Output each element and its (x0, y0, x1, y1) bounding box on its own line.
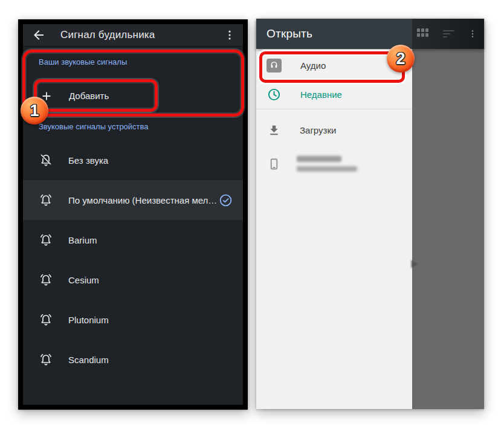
tutorial-composite-image: Сигнал будильника Ваши звуковые сигналы … (0, 0, 504, 429)
more-menu-icon[interactable] (468, 27, 477, 40)
bell-ring-icon (39, 233, 53, 247)
drawer-divider (256, 109, 412, 109)
smartphone-icon (267, 157, 281, 171)
clock-icon (267, 88, 281, 102)
sound-item-cesium[interactable]: Cesium (23, 260, 243, 300)
drawer-item-audio[interactable]: Аудио (256, 49, 412, 82)
sound-item-label: Barium (68, 235, 97, 245)
file-picker-screen: Открыть Аудио Не (256, 19, 484, 409)
sound-item-plutonium[interactable]: Plutonium (23, 300, 243, 340)
drawer-item-label: Аудио (300, 60, 326, 71)
file-picker-header: Открыть (256, 19, 484, 49)
sound-item-label: Scandium (68, 355, 109, 365)
redacted-free-space (297, 166, 357, 172)
alarm-sound-screen: Сигнал будильника Ваши звуковые сигналы … (18, 19, 248, 410)
check-circle-icon (219, 193, 233, 207)
drawer-item-recent[interactable]: Недавние (256, 82, 412, 108)
background-arrow-icon (411, 260, 418, 268)
bell-ring-icon (39, 273, 53, 287)
device-storage-item-redacted[interactable] (256, 146, 412, 181)
more-menu-icon[interactable] (224, 28, 236, 42)
grid-view-icon[interactable] (417, 28, 430, 39)
redacted-device-name (297, 156, 341, 162)
drawer-header: Открыть (256, 19, 412, 49)
add-sound-label: Добавить (69, 91, 109, 101)
bell-ring-icon (39, 193, 53, 207)
drawer-item-downloads[interactable]: Загрузки (256, 114, 412, 146)
download-icon (267, 123, 281, 137)
drawer-item-label: Недавние (300, 89, 342, 100)
sound-item-scandium[interactable]: Scandium (23, 340, 243, 379)
sound-item-label: По умолчанию (Неизвестная мел… (68, 195, 217, 205)
toolbar-actions (412, 19, 484, 49)
alarm-sound-header: Сигнал будильника (23, 24, 243, 46)
back-icon[interactable] (31, 28, 46, 42)
sort-icon[interactable] (443, 30, 455, 38)
sound-item-default-selected[interactable]: По умолчанию (Неизвестная мел… (23, 180, 243, 220)
drawer-scrim[interactable] (412, 49, 484, 409)
sound-item-label: Cesium (68, 275, 99, 285)
your-sounds-section-label: Ваши звуковые сигналы (23, 58, 243, 66)
file-picker-content: Аудио Недавние Загрузки (256, 49, 484, 409)
sound-item-label: Без звука (68, 155, 108, 166)
bell-off-icon (39, 153, 53, 167)
device-sounds-section-label: Звуковые сигналы устройства (23, 123, 243, 131)
page-title: Открыть (267, 27, 312, 40)
downloads-label: Загрузки (300, 125, 336, 135)
bell-ring-icon (39, 312, 53, 327)
bell-ring-icon (39, 352, 53, 367)
page-title: Сигнал будильника (60, 29, 155, 41)
alarm-sound-body: Ваши звуковые сигналы Добавить Звуковые … (23, 58, 243, 417)
add-sound-button[interactable]: Добавить (23, 80, 243, 112)
sound-list: Без звука По умолчанию (Неизвестная мел… (23, 140, 243, 379)
navigation-drawer: Аудио Недавние Загрузки (256, 49, 412, 409)
redacted-device-text (297, 156, 357, 172)
sound-item-barium[interactable]: Barium (23, 220, 243, 260)
sound-item-no-sound[interactable]: Без звука (23, 140, 243, 180)
plus-icon (40, 89, 53, 103)
sound-item-label: Plutonium (68, 315, 109, 325)
audio-file-icon (267, 59, 282, 73)
